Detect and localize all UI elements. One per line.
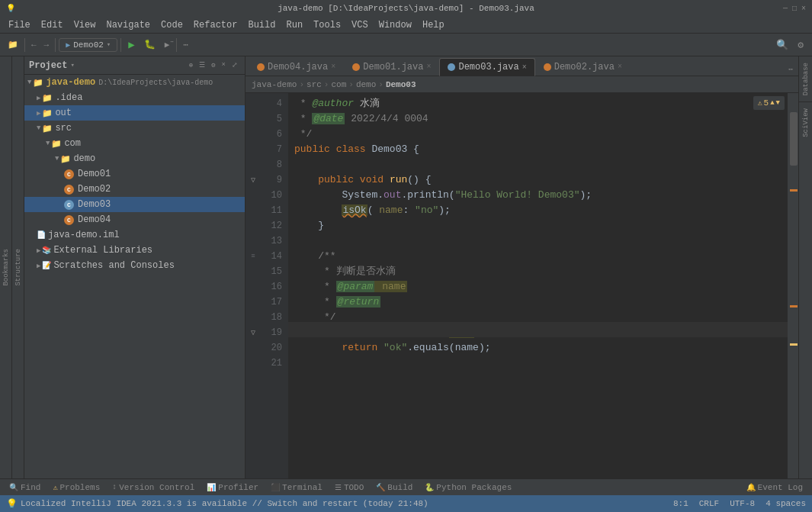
fold-arrow-9[interactable]: ▽ [246, 172, 261, 188]
tree-item-com[interactable]: ▼ 📁 com [24, 136, 245, 151]
warning-bar[interactable]: ⚠ 5 ▲ ▼ [753, 96, 785, 110]
bottom-build[interactable]: 🔨 Build [370, 479, 419, 496]
breadcrumb-demo[interactable]: demo [356, 80, 376, 89]
editor-scrollbar[interactable] [788, 93, 798, 478]
run-config-selector[interactable]: ▶ Demo02 ▾ [59, 38, 117, 52]
menu-view[interactable]: View [69, 17, 101, 34]
scroll-marker-2 [790, 189, 798, 192]
bookmarks-label[interactable]: Bookmarks [2, 244, 10, 291]
project-panel: Project ▾ ⊕ ☰ ⚙ × ⤢ ▼ 📁 java-demo D:\Ide [24, 56, 246, 478]
panel-compact-btn[interactable]: ☰ [197, 60, 207, 70]
menu-window[interactable]: Window [374, 17, 417, 34]
bottom-find[interactable]: 🔍 Find [3, 479, 47, 496]
tree-item-demo01[interactable]: C Demo01 [24, 166, 245, 182]
tree-item-demo02[interactable]: C Demo02 [24, 182, 245, 197]
panel-close-btn[interactable]: × [220, 60, 228, 70]
tree-item-demo04[interactable]: C Demo04 [24, 212, 245, 227]
toolbar-more[interactable]: ⋯ [180, 38, 191, 51]
title-text: java-demo [D:\IdeaProjects\java-demo] - … [278, 4, 534, 13]
breadcrumb-java-demo[interactable]: java-demo [252, 80, 297, 89]
fold-arrow-19[interactable]: ▽ [246, 325, 261, 340]
toolbar-back-btn[interactable]: ← [28, 39, 40, 51]
tree-item-out[interactable]: ▶ 📁 out [24, 105, 245, 121]
close-btn[interactable]: × [801, 5, 806, 13]
run-config-icon: ▶ [66, 40, 70, 50]
tree-item-idea[interactable]: ▶ 📁 .idea [24, 90, 245, 105]
menu-code[interactable]: Code [156, 17, 188, 34]
tab-demo02-close[interactable]: × [618, 63, 622, 71]
bottom-profiler[interactable]: 📊 Profiler [201, 479, 265, 496]
minimize-btn[interactable]: ─ [783, 5, 788, 13]
tabs-more-btn[interactable]: ⋯ [786, 65, 795, 74]
tab-demo04-close[interactable]: × [331, 63, 335, 71]
version-control-label: Version Control [119, 483, 194, 492]
menu-edit[interactable]: Edit [36, 17, 69, 34]
warning-chevron-down[interactable]: ▼ [776, 99, 780, 107]
tree-item-src[interactable]: ▼ 📁 src [24, 121, 245, 136]
fold-gutter: ▽ ≡ ▽ [246, 93, 261, 478]
debug-btn[interactable]: 🐛 [140, 37, 159, 52]
run-btn[interactable]: ▶ [124, 37, 138, 53]
right-panels: Database SciView [798, 56, 812, 478]
menu-navigate[interactable]: Navigate [101, 17, 156, 34]
warning-chevron-up[interactable]: ▲ [770, 99, 774, 107]
bottom-terminal[interactable]: ⬛ Terminal [265, 479, 329, 496]
panel-gear-btn[interactable]: ⚙ [209, 60, 217, 70]
tree-item-iml[interactable]: 📄 java-demo.iml [24, 227, 245, 243]
tree-item-root[interactable]: ▼ 📁 java-demo D:\IdeaProjects\java-demo [24, 75, 245, 90]
menu-help[interactable]: Help [417, 17, 450, 34]
toolbar-project-icon[interactable]: 📁 [5, 38, 21, 51]
project-dropdown-icon[interactable]: ▾ [70, 61, 74, 69]
menu-build[interactable]: Build [242, 17, 281, 34]
breadcrumb-src[interactable]: src [307, 80, 322, 89]
sciview-panel-btn[interactable]: SciView [799, 102, 813, 143]
settings-btn[interactable]: ⚙ [794, 37, 807, 53]
panel-scope-btn[interactable]: ⊕ [187, 60, 195, 70]
menu-vcs[interactable]: VCS [346, 17, 374, 34]
tree-item-ext-libs[interactable]: ▶ 📚 External Libraries [24, 243, 245, 258]
run-coverage-btn[interactable]: ▶̈ [161, 38, 174, 51]
tab-demo01-close[interactable]: × [426, 63, 431, 71]
code-line-14: /** [294, 249, 782, 264]
bottom-event-log[interactable]: 🔔 Event Log [740, 479, 809, 496]
event-log-label: Event Log [758, 483, 803, 492]
toolbar-forward-btn[interactable]: → [41, 39, 53, 51]
tab-demo04[interactable]: Demo04.java × [249, 57, 344, 76]
status-message: 💡 Localized IntelliJ IDEA 2021.3.3 is av… [6, 498, 428, 510]
code-line-8 [294, 157, 782, 172]
menu-refactor[interactable]: Refactor [188, 17, 243, 34]
structure-label[interactable]: Structure [14, 244, 22, 291]
scroll-thumb[interactable] [790, 112, 798, 166]
problems-icon: ⚠ [53, 483, 57, 492]
tab-demo03[interactable]: Demo03.java × [439, 58, 534, 76]
code-line-17: * @return [294, 295, 782, 310]
tree-item-scratches[interactable]: ▶ 📝 Scratches and Consoles [24, 258, 245, 273]
menu-run[interactable]: Run [281, 17, 308, 34]
database-panel-btn[interactable]: Database [799, 56, 813, 102]
code-content[interactable]: * @author 水滴 * @date 2022/4/4 0004 */ pu… [288, 93, 788, 478]
breadcrumb-demo03[interactable]: Demo03 [386, 80, 416, 89]
menu-file[interactable]: File [3, 17, 36, 34]
bottom-python-packages[interactable]: 🐍 Python Packages [419, 479, 518, 496]
breadcrumb-com[interactable]: com [331, 80, 346, 89]
panel-expand-btn[interactable]: ⤢ [229, 60, 240, 70]
tree-item-demo[interactable]: ▼ 📁 demo [24, 151, 245, 166]
bottom-problems[interactable]: ⚠ Problems [47, 479, 106, 496]
encoding[interactable]: UTF-8 [730, 499, 755, 508]
code-editor[interactable]: ▽ ≡ ▽ 4 5 [246, 93, 798, 478]
maximize-btn[interactable]: □ [792, 5, 797, 13]
cursor-position[interactable]: 8:1 [673, 499, 688, 508]
menu-tools[interactable]: Tools [308, 17, 346, 34]
bottom-version-control[interactable]: ↕ Version Control [106, 479, 201, 496]
bottom-todo[interactable]: ☰ TODO [329, 479, 370, 496]
indent-setting[interactable]: 4 spaces [765, 499, 806, 508]
tab-demo01[interactable]: Demo01.java × [344, 57, 439, 76]
search-everywhere-btn[interactable]: 🔍 [772, 37, 792, 53]
status-bar: 💡 Localized IntelliJ IDEA 2021.3.3 is av… [0, 495, 812, 512]
event-log-icon: 🔔 [746, 483, 756, 492]
tree-item-demo03[interactable]: C Demo03 [24, 197, 245, 212]
code-line-9: public void run() { [294, 172, 782, 188]
tab-demo03-close[interactable]: × [522, 63, 527, 72]
line-ending[interactable]: CRLF [699, 499, 719, 508]
tab-demo02[interactable]: Demo02.java × [535, 57, 631, 76]
